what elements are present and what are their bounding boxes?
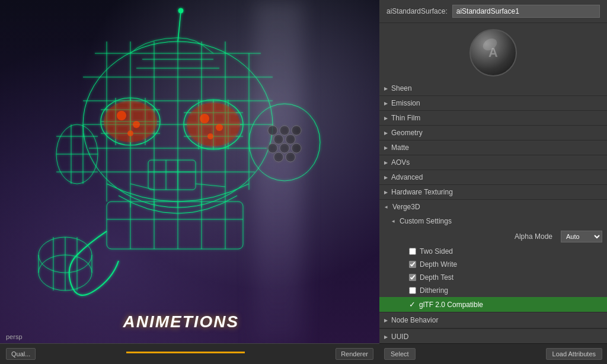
svg-point-74 xyxy=(200,114,209,123)
alpha-mode-label: Alpha Mode xyxy=(515,232,552,241)
depth-test-row: Depth Test xyxy=(379,271,607,284)
svg-line-68 xyxy=(196,184,225,187)
svg-point-76 xyxy=(207,133,213,139)
aovs-chevron: ▶ xyxy=(384,160,388,165)
advanced-label: Advanced xyxy=(391,173,423,181)
emission-chevron: ▶ xyxy=(384,101,388,106)
node-behavior-label: Node Behavior xyxy=(391,316,438,324)
svg-line-51 xyxy=(178,12,181,41)
geometry-section: ▶ Geometry xyxy=(379,126,607,141)
select-button[interactable]: Select xyxy=(384,348,416,360)
viewport-label: persp xyxy=(6,333,23,340)
verge3d-section: ▼ Verge3D ▼ Custom Settings Alpha Mode A… xyxy=(379,200,607,312)
hardware-texturing-chevron: ▶ xyxy=(384,190,388,195)
two-sided-row: Two Sided xyxy=(379,245,607,258)
svg-point-29 xyxy=(187,103,240,146)
sheen-header[interactable]: ▶ Sheen xyxy=(379,81,607,95)
svg-point-72 xyxy=(133,121,140,128)
custom-settings-header[interactable]: ▼ Custom Settings xyxy=(379,214,607,228)
light-pillar xyxy=(255,0,302,344)
material-type-label: aiStandardSurface: xyxy=(386,7,448,15)
node-behavior-header[interactable]: ▶ Node Behavior xyxy=(379,312,607,328)
material-preview-area: A xyxy=(379,23,607,81)
uuid-label: UUID xyxy=(391,333,408,341)
uuid-header[interactable]: ▶ UUID xyxy=(379,329,607,343)
advanced-chevron: ▶ xyxy=(384,175,388,180)
svg-rect-30 xyxy=(148,160,196,190)
animetions-watermark: ANIMETIONS xyxy=(123,312,239,331)
load-attributes-button[interactable]: Load Attributes xyxy=(546,348,602,360)
svg-point-75 xyxy=(216,124,223,131)
svg-point-71 xyxy=(117,111,126,120)
sheen-chevron: ▶ xyxy=(384,86,388,91)
verge3d-chevron: ▼ xyxy=(384,205,389,209)
viewport: persp Qual... ANIMETIONS Renderer xyxy=(0,0,379,364)
properties-list[interactable]: ▶ Sheen ▶ Emission ▶ Thin Film ▶ Geometr… xyxy=(379,81,607,343)
sheen-section: ▶ Sheen xyxy=(379,81,607,96)
two-sided-label: Two Sided xyxy=(420,247,453,256)
depth-write-label: Depth Write xyxy=(420,260,457,269)
alpha-mode-row: Alpha Mode Auto Opaque Blend Mask xyxy=(379,228,607,245)
svg-point-52 xyxy=(178,8,183,13)
matte-header[interactable]: ▶ Matte xyxy=(379,141,607,155)
thin-film-label: Thin Film xyxy=(391,114,420,122)
properties-panel: aiStandardSurface: A ▶ Sheen ▶ Emission … xyxy=(379,0,607,364)
aovs-label: AOVs xyxy=(391,158,410,167)
custom-settings-chevron: ▼ xyxy=(391,219,396,223)
depth-test-checkbox[interactable] xyxy=(409,274,416,281)
advanced-section: ▶ Advanced xyxy=(379,170,607,185)
uuid-chevron: ▶ xyxy=(384,334,388,340)
hardware-texturing-section: ▶ Hardware Texturing xyxy=(379,185,607,200)
geometry-label: Geometry xyxy=(391,129,423,137)
dithering-checkbox[interactable] xyxy=(409,287,416,294)
material-header: aiStandardSurface: xyxy=(379,0,607,23)
material-name-input[interactable] xyxy=(452,5,600,18)
emission-section: ▶ Emission xyxy=(379,96,607,111)
geometry-header[interactable]: ▶ Geometry xyxy=(379,126,607,140)
matte-section: ▶ Matte xyxy=(379,141,607,155)
aovs-header[interactable]: ▶ AOVs xyxy=(379,155,607,170)
sheen-label: Sheen xyxy=(391,84,412,92)
matte-label: Matte xyxy=(391,143,409,152)
gltf-compatible-row: ✓ glTF 2.0 Compatible xyxy=(379,297,607,312)
advanced-header[interactable]: ▶ Advanced xyxy=(379,170,607,184)
dithering-label: Dithering xyxy=(420,286,448,295)
alpha-mode-select[interactable]: Auto Opaque Blend Mask xyxy=(561,231,602,242)
thin-film-chevron: ▶ xyxy=(384,116,388,121)
material-ball: A xyxy=(469,29,517,76)
thin-film-header[interactable]: ▶ Thin Film xyxy=(379,111,607,125)
thin-film-section: ▶ Thin Film xyxy=(379,111,607,126)
arnold-logo: A xyxy=(471,30,516,75)
node-behavior-chevron: ▶ xyxy=(384,318,388,323)
svg-rect-53 xyxy=(107,202,243,249)
uuid-section: ▶ UUID xyxy=(379,329,607,343)
verge3d-label: Verge3D xyxy=(392,203,420,211)
depth-write-row: Depth Write xyxy=(379,258,607,271)
gltf-checkmark-icon: ✓ xyxy=(409,300,416,309)
quality-button[interactable]: Qual... xyxy=(6,348,36,360)
hardware-texturing-label: Hardware Texturing xyxy=(391,188,453,196)
gltf-label: glTF 2.0 Compatible xyxy=(419,301,483,309)
svg-line-67 xyxy=(130,184,154,190)
svg-point-73 xyxy=(127,130,133,136)
robot-wireframe xyxy=(12,6,356,338)
depth-test-label: Depth Test xyxy=(420,273,453,282)
emission-header[interactable]: ▶ Emission xyxy=(379,96,607,110)
custom-settings-label: Custom Settings xyxy=(400,217,452,225)
aovs-section: ▶ AOVs xyxy=(379,155,607,170)
viewport-bottom-bar: Qual... ANIMETIONS Renderer xyxy=(0,343,379,364)
emission-label: Emission xyxy=(391,99,420,107)
depth-write-checkbox[interactable] xyxy=(409,261,416,268)
two-sided-checkbox[interactable] xyxy=(409,248,416,255)
node-behavior-section: ▶ Node Behavior xyxy=(379,312,607,329)
hardware-texturing-header[interactable]: ▶ Hardware Texturing xyxy=(379,185,607,199)
geometry-chevron: ▶ xyxy=(384,130,388,136)
right-bottom-bar: Select Load Attributes xyxy=(379,343,607,364)
matte-chevron: ▶ xyxy=(384,145,388,151)
verge3d-header[interactable]: ▼ Verge3D xyxy=(379,200,607,214)
dithering-row: Dithering xyxy=(379,284,607,297)
renderer-button[interactable]: Renderer xyxy=(336,348,373,360)
